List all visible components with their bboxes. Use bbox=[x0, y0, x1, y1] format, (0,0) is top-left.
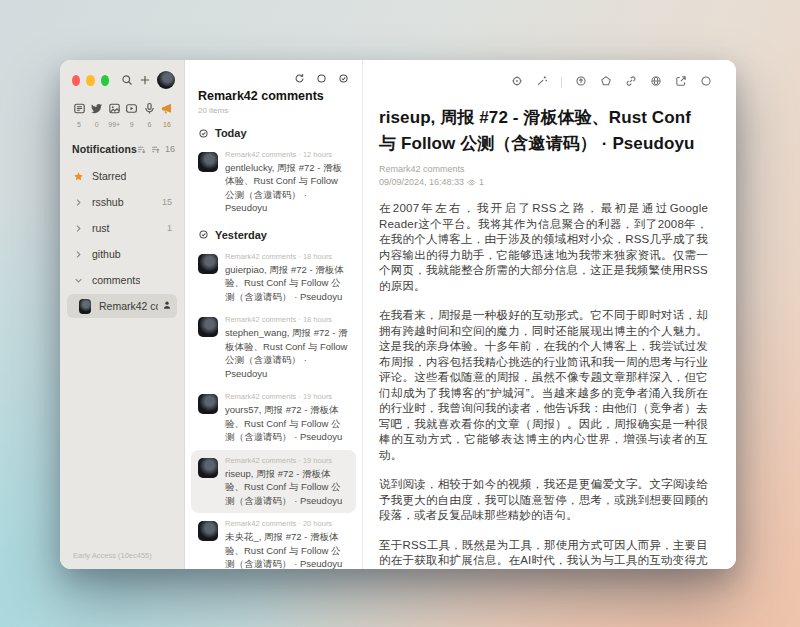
mark-all-read-icon[interactable] bbox=[338, 70, 349, 88]
view-tab[interactable]: 6 bbox=[141, 101, 157, 128]
entry-list-item[interactable]: Remark42 comments · 19 hours riseup, 周报 … bbox=[191, 450, 356, 513]
unread-circle-icon[interactable] bbox=[316, 70, 327, 88]
chevron-down-icon bbox=[74, 276, 83, 285]
view-tab[interactable]: 9 bbox=[124, 101, 140, 128]
sidebar-item-label: github bbox=[92, 248, 121, 260]
sidebar: 5 0 bbox=[60, 60, 185, 569]
view-tab-count: 6 bbox=[147, 121, 151, 128]
reader-toolbar bbox=[363, 60, 736, 91]
titlebar bbox=[60, 60, 184, 94]
entry-meta: Remark42 comments · 18 hours bbox=[225, 252, 349, 261]
view-tab[interactable]: 16 bbox=[159, 101, 175, 128]
entry-meta: Remark42 comments · 20 hours bbox=[225, 519, 349, 528]
item-lead bbox=[72, 198, 84, 207]
wand-icon[interactable] bbox=[536, 73, 548, 91]
article-view-count: 1 bbox=[479, 177, 484, 187]
sidebar-item-label: Starred bbox=[92, 170, 126, 182]
entry-title: stephen_wang, 周报 #72 - 滑板体验、Rust Conf 与 … bbox=[225, 326, 349, 380]
view-tab[interactable]: 5 bbox=[71, 101, 87, 128]
entry-title: gentlelucky, 周报 #72 - 滑板体验、Rust Conf 与 F… bbox=[225, 161, 349, 215]
item-lead bbox=[72, 276, 84, 285]
social-media-view-icon bbox=[90, 101, 103, 119]
entry-list-item[interactable]: Remark42 comments · 19 hours yours57, 周报… bbox=[191, 386, 356, 449]
item-lead bbox=[72, 171, 84, 182]
entry-title: yours57, 周报 #72 - 滑板体验、Rust Conf 与 Follo… bbox=[225, 403, 349, 443]
reader-pane: riseup, 周报 #72 - 滑板体验、Rust Conf 与 Follow… bbox=[363, 60, 736, 569]
entry-text: Remark42 comments · 18 hours guierpiao, … bbox=[225, 252, 349, 303]
entry-avatar bbox=[198, 394, 218, 414]
add-subscription-icon[interactable] bbox=[139, 74, 151, 86]
entry-list-item[interactable]: Remark42 comments · 20 hours 未央花_, 周报 #7… bbox=[191, 513, 356, 569]
notifications-view-icon bbox=[160, 101, 173, 119]
search-icon[interactable] bbox=[121, 74, 133, 86]
feed-avatar bbox=[79, 299, 91, 314]
sidebar-item[interactable]: Remark42 comments bbox=[67, 294, 177, 318]
sidebar-item-label: rsshub bbox=[92, 196, 124, 208]
entry-text: Remark42 comments · 19 hours riseup, 周报 … bbox=[225, 456, 349, 507]
sidebar-item-label: rust bbox=[92, 222, 110, 234]
view-tab[interactable]: 0 bbox=[89, 101, 105, 128]
zoom-window-button[interactable] bbox=[101, 75, 109, 86]
view-tab-count: 0 bbox=[95, 121, 99, 128]
pentagon-icon[interactable] bbox=[600, 73, 612, 91]
date-section-label: Yesterday bbox=[215, 229, 267, 241]
link-icon[interactable] bbox=[625, 73, 637, 91]
section-check-circle-icon bbox=[198, 229, 209, 240]
profile-avatar[interactable] bbox=[157, 71, 175, 89]
sidebar-item[interactable]: github bbox=[67, 242, 177, 266]
close-window-button[interactable] bbox=[72, 75, 80, 86]
sidebar-item[interactable]: rust 1 bbox=[67, 216, 177, 240]
entry-title: 未央花_, 周报 #72 - 滑板体验、Rust Conf 与 Follow 公… bbox=[225, 530, 349, 569]
entry-avatar bbox=[198, 521, 218, 541]
article-paragraph: 在2007年左右，我开启了RSS之路，最初是通过Google Reader这个平… bbox=[379, 201, 708, 294]
item-lead bbox=[72, 224, 84, 233]
entry-avatar bbox=[198, 317, 218, 337]
early-access-label: Early Access (10ec455) bbox=[60, 551, 184, 569]
article-body: 在2007年左右，我开启了RSS之路，最初是通过Google Reader这个平… bbox=[379, 201, 708, 569]
chevron-right-icon bbox=[74, 250, 83, 259]
view-tab[interactable]: 99+ bbox=[106, 101, 122, 128]
entry-meta: Remark42 comments · 19 hours bbox=[225, 456, 349, 465]
sidebar-item[interactable]: rsshub 15 bbox=[67, 190, 177, 214]
arrow-up-circle-icon[interactable] bbox=[575, 73, 587, 91]
view-tab-count: 9 bbox=[130, 121, 134, 128]
pictures-view-icon bbox=[108, 101, 121, 119]
view-tab-count: 5 bbox=[77, 121, 81, 128]
sidebar-section-header: Notifications 16 bbox=[60, 129, 184, 164]
item-lead bbox=[79, 299, 91, 314]
entry-list-item[interactable]: Remark42 comments · 12 hours gentlelucky… bbox=[191, 144, 356, 221]
chevron-right-icon bbox=[74, 198, 83, 207]
sidebar-item[interactable]: comments bbox=[67, 268, 177, 292]
unread-filter-icon[interactable] bbox=[151, 140, 160, 158]
article: riseup, 周报 #72 - 滑板体验、Rust Conf 与 Follow… bbox=[363, 91, 736, 569]
article-meta: 09/09/2024, 16:48:33 1 bbox=[379, 177, 708, 187]
sidebar-item-count: 15 bbox=[162, 197, 172, 207]
minimize-window-button[interactable] bbox=[86, 75, 94, 86]
item-lead bbox=[72, 250, 84, 259]
entry-list-item[interactable]: Remark42 comments · 18 hours guierpiao, … bbox=[191, 246, 356, 309]
videos-view-icon bbox=[125, 101, 138, 119]
section-unread-count: 16 bbox=[165, 144, 175, 154]
entry-list-item[interactable]: Remark42 comments · 18 hours stephen_wan… bbox=[191, 309, 356, 386]
entry-avatar bbox=[198, 152, 218, 172]
desktop-background: 5 0 bbox=[0, 0, 800, 627]
sidebar-item[interactable]: Starred bbox=[67, 164, 177, 188]
toolbar-divider bbox=[561, 77, 562, 88]
entry-text: Remark42 comments · 18 hours stephen_wan… bbox=[225, 315, 349, 380]
article-paragraph: 在我看来，周报是一种极好的互动形式。它不同于即时对话，却拥有跨越时间和空间的魔力… bbox=[379, 308, 708, 463]
article-feed-name[interactable]: Remark42 comments bbox=[379, 164, 708, 174]
entry-list-pane: Remark42 comments 20 items Today bbox=[185, 60, 363, 569]
refresh-icon[interactable] bbox=[294, 70, 305, 88]
entry-title: riseup, 周报 #72 - 滑板体验、Rust Conf 与 Follow… bbox=[225, 467, 349, 507]
entry-avatar bbox=[198, 254, 218, 274]
app-window: 5 0 bbox=[60, 60, 736, 569]
entry-text: Remark42 comments · 12 hours gentlelucky… bbox=[225, 150, 349, 215]
sort-order-icon[interactable] bbox=[137, 140, 146, 158]
globe-icon[interactable] bbox=[650, 73, 662, 91]
external-link-icon[interactable] bbox=[675, 73, 687, 91]
circle-icon[interactable] bbox=[700, 73, 712, 91]
chevron-right-icon bbox=[74, 224, 83, 233]
target-icon[interactable] bbox=[511, 73, 523, 91]
article-view-icon bbox=[73, 101, 86, 119]
view-tab-count: 16 bbox=[163, 121, 171, 128]
